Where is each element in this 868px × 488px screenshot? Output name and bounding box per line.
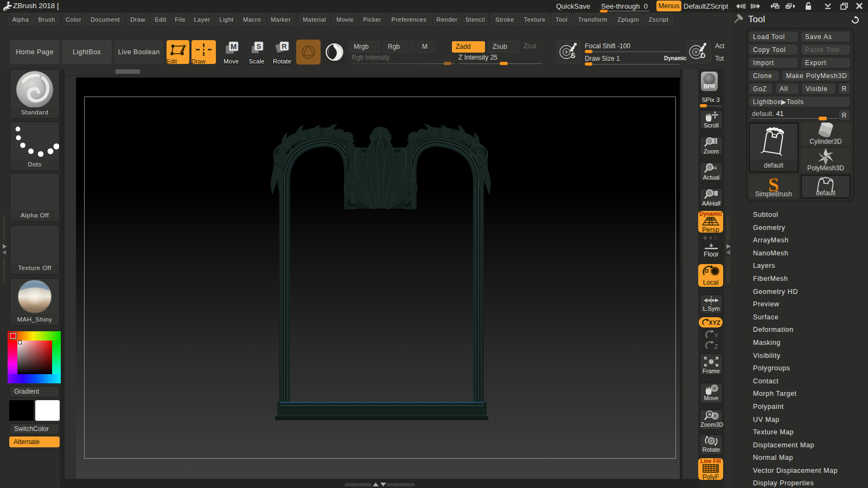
svg-text:x1: x1 <box>712 165 717 170</box>
svg-text:Y: Y <box>714 333 718 339</box>
svg-text:S: S <box>257 42 261 50</box>
svg-text:BPR: BPR <box>704 84 716 89</box>
svg-text:S: S <box>571 52 576 60</box>
svg-text:D: D <box>700 52 705 60</box>
svg-text:XYZ: XYZ <box>709 319 720 326</box>
svg-text:Z: Z <box>714 344 718 350</box>
svg-text:M: M <box>231 42 237 51</box>
svg-text:R: R <box>282 42 287 50</box>
